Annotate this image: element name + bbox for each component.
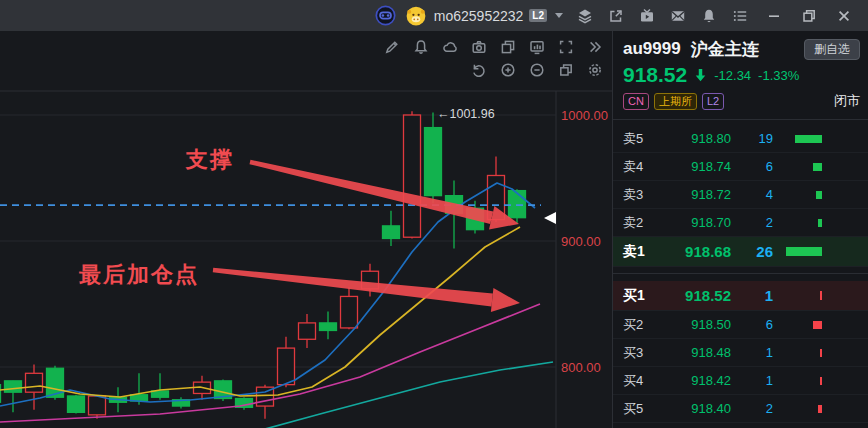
book-level-label: 卖4 [623, 158, 667, 176]
annotation-arrow-shaft[interactable] [250, 160, 494, 224]
close-icon[interactable] [830, 5, 858, 27]
compare-icon[interactable] [496, 36, 520, 58]
symbol-name: 沪金主连 [691, 38, 759, 61]
book-row-ask[interactable]: 卖2918.702 [613, 209, 868, 237]
last-price-marker [544, 212, 556, 224]
book-volume-bar [813, 321, 822, 329]
support-annotation-text[interactable]: 支撑 [186, 145, 234, 175]
book-level-label: 买2 [623, 316, 667, 334]
avatar[interactable] [404, 5, 428, 27]
chevrons-right-icon[interactable] [583, 36, 607, 58]
book-price: 918.80 [667, 131, 731, 146]
book-row-ask[interactable]: 卖1918.6826 [613, 237, 868, 267]
candle [425, 128, 442, 196]
book-row-ask[interactable]: 卖3918.724 [613, 181, 868, 209]
high-price-label: ←1001.96 [437, 107, 495, 121]
book-level-label: 买1 [623, 287, 667, 305]
candle [26, 373, 43, 392]
level2-badge: L2 [702, 93, 724, 110]
candle [89, 396, 106, 415]
book-separator [613, 267, 868, 281]
list-icon[interactable] [728, 5, 752, 27]
last-price: 918.52 [623, 63, 687, 87]
alert-icon[interactable] [409, 36, 433, 58]
book-qty: 4 [731, 187, 773, 202]
candle [509, 191, 526, 218]
price-change-pct: -1.33% [758, 68, 799, 83]
zoom-out-icon[interactable] [525, 59, 549, 81]
candle [0, 385, 1, 403]
username[interactable]: mo625952232 [434, 8, 524, 24]
book-row-bid[interactable]: 买3918.481 [613, 339, 868, 367]
book-qty: 26 [731, 243, 773, 260]
book-level-label: 卖2 [623, 214, 667, 232]
annotation-arrow-head[interactable] [491, 288, 520, 312]
book-price: 918.48 [667, 345, 731, 360]
chart-toolbar-row1 [380, 36, 607, 58]
app-logo-icon[interactable] [374, 5, 398, 27]
market-badge-cn: CN [623, 93, 649, 110]
price-axis-label: 1000.00 [561, 108, 608, 123]
restore-window-icon[interactable] [554, 59, 578, 81]
bell-icon[interactable] [697, 5, 721, 27]
candle [68, 396, 85, 412]
book-qty: 1 [731, 287, 773, 304]
last-add-point-annotation-text[interactable]: 最后加仓点 [79, 260, 199, 290]
book-price: 918.40 [667, 401, 731, 416]
book-row-bid[interactable]: 买1918.521 [613, 281, 868, 311]
book-price: 918.72 [667, 187, 731, 202]
book-qty: 2 [731, 215, 773, 230]
book-volume-bar [795, 135, 822, 143]
settings-icon[interactable] [583, 59, 607, 81]
restore-icon[interactable] [795, 5, 823, 27]
book-volume-bar [786, 247, 822, 256]
window-controls [760, 5, 858, 27]
panel-separator [613, 119, 868, 120]
book-volume-bar [818, 219, 822, 227]
book-price: 918.52 [667, 287, 731, 304]
price-change: -12.34 [714, 68, 751, 83]
book-row-bid[interactable]: 买5918.402 [613, 395, 868, 423]
account-menu[interactable]: mo625952232 L2 [374, 5, 563, 27]
exchange-badge-shfe: 上期所 [654, 93, 697, 110]
book-row-bid[interactable]: 买4918.421 [613, 367, 868, 395]
book-row-bid[interactable]: 买2918.506 [613, 311, 868, 339]
candle [278, 348, 295, 385]
book-row-ask[interactable]: 卖5918.8019 [613, 125, 868, 153]
camera-icon[interactable] [467, 36, 491, 58]
book-level-label: 买4 [623, 372, 667, 390]
chart-window-icon[interactable] [525, 36, 549, 58]
book-price: 918.70 [667, 215, 731, 230]
title-bar[interactable]: mo625952232 L2 [0, 0, 868, 31]
layers-icon[interactable] [573, 5, 597, 27]
video-icon[interactable] [635, 5, 659, 27]
book-volume-bar [813, 163, 822, 171]
minimize-icon[interactable] [760, 5, 788, 27]
chart-area[interactable]: 1000.00900.00800.00←1001.96 支撑 最后加仓点 [0, 31, 612, 428]
book-qty: 6 [731, 317, 773, 332]
share-icon[interactable] [604, 5, 628, 27]
book-price: 918.74 [667, 159, 731, 174]
book-volume-bar [818, 405, 822, 413]
mail-icon[interactable] [666, 5, 690, 27]
zoom-in-icon[interactable] [496, 59, 520, 81]
price-axis-label: 900.00 [561, 234, 601, 249]
cloud-icon[interactable] [438, 36, 462, 58]
book-row-ask[interactable]: 卖4918.746 [613, 153, 868, 181]
book-level-label: 卖1 [623, 243, 667, 261]
price-axis-label: 800.00 [561, 360, 601, 375]
chevron-down-icon[interactable] [555, 13, 563, 18]
book-volume-bar [816, 191, 822, 199]
book-level-label: 卖3 [623, 186, 667, 204]
book-level-label: 卖5 [623, 130, 667, 148]
edit-icon[interactable] [380, 36, 404, 58]
app-window: mo625952232 L2 1000.00900.00800.00←1001.… [0, 0, 868, 428]
book-price: 918.42 [667, 373, 731, 388]
fullscreen-icon[interactable] [554, 36, 578, 58]
book-price: 918.50 [667, 317, 731, 332]
undo-icon[interactable] [467, 59, 491, 81]
candle [320, 323, 337, 331]
remove-watchlist-button[interactable]: 删自选 [804, 39, 860, 60]
book-qty: 6 [731, 159, 773, 174]
candle [5, 381, 22, 392]
